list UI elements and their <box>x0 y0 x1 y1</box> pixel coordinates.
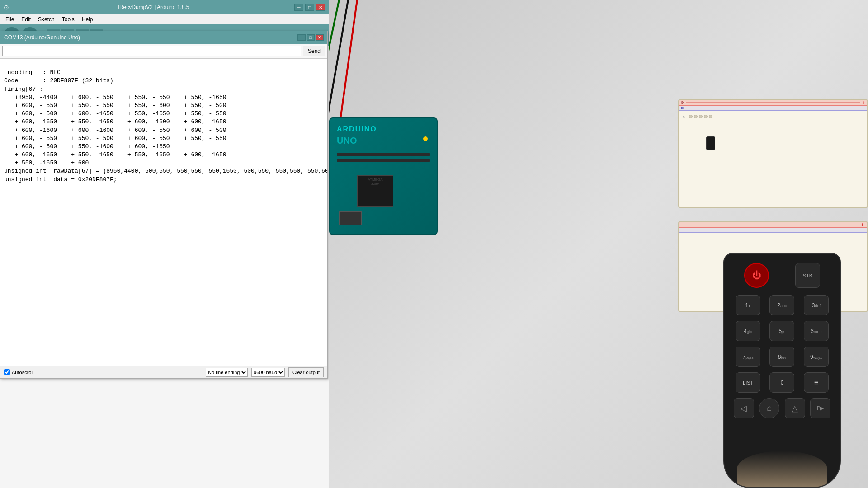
remote-row-1-3: 1● 2abc 3def <box>731 295 833 315</box>
wire-red <box>339 0 358 126</box>
ide-container: ⊙ IRecvDumpV2 | Arduino 1.8.5 ─ □ ✕ File… <box>0 0 329 488</box>
serial-output-area: Encoding : NEC Code : 20DF807F (32 bits)… <box>0 59 327 366</box>
arduino-logo: ARDUINO <box>337 125 430 133</box>
serial-monitor-window: COM13 (Arduino/Genuino Uno) ─ □ ✕ Send E… <box>0 31 328 379</box>
remote-nav-row: ◁ ⌂ △ P▶ <box>731 398 833 418</box>
maximize-button[interactable]: □ <box>305 4 314 11</box>
remote-btn-7: 7pqrs <box>736 347 760 367</box>
autoscroll-container: Autoscroll <box>4 369 33 375</box>
autoscroll-label: Autoscroll <box>12 370 33 375</box>
remote-btn-back: ◁ <box>734 398 754 418</box>
breadboard2-blue-rail <box>679 228 867 233</box>
breadboard-red-rail: + <box>679 100 867 106</box>
remote-btn-up: △ <box>785 398 805 418</box>
remote-power-button: ⏻ <box>744 263 769 288</box>
close-button[interactable]: ✕ <box>316 4 325 11</box>
remote-btn-home: ⌂ <box>759 398 779 418</box>
arduino-uno-label: UNO <box>337 136 430 146</box>
breadboard2-red-rail: + <box>679 222 867 228</box>
arduino-usb-chip <box>339 211 362 225</box>
autoscroll-checkbox[interactable] <box>4 369 10 375</box>
remote-btn-3: 3def <box>804 295 829 315</box>
app-icon: ⊙ <box>4 4 9 11</box>
photo-background: ARDUINO UNO ATMEGA328P <box>329 0 868 488</box>
breadboard-holes: a <box>679 113 867 133</box>
serial-status-bar: Autoscroll No line ending 9600 baud Clea… <box>0 366 327 378</box>
remote-btn-p: P▶ <box>810 398 830 418</box>
arduino-board: ARDUINO UNO ATMEGA328P <box>329 117 438 235</box>
serial-close-button[interactable]: ✕ <box>316 34 324 41</box>
menu-tools[interactable]: Tools <box>58 15 78 23</box>
serial-input-bar: Send <box>0 44 327 59</box>
menu-help[interactable]: Help <box>78 15 97 23</box>
encoding-label: Encoding : NEC Code : 20DF807F (32 bits)… <box>4 69 327 183</box>
clear-output-button[interactable]: Clear output <box>288 367 324 377</box>
menu-file[interactable]: File <box>2 15 18 23</box>
serial-send-button[interactable]: Send <box>303 46 326 56</box>
remote-btn-4: 4ghi <box>736 321 760 341</box>
remote-btn-8: 8tuv <box>769 347 794 367</box>
breadboard-main: + a <box>678 99 868 208</box>
serial-maximize-button[interactable]: □ <box>307 34 315 41</box>
app-title-bar: ⊙ IRecvDumpV2 | Arduino 1.8.5 ─ □ ✕ <box>0 0 329 14</box>
arduino-main-chip: ATMEGA328P <box>357 175 393 207</box>
remote-row-4-6: 4ghi 5jkl 6mno <box>731 321 833 341</box>
breadboard-component <box>706 136 715 150</box>
arduino-led <box>423 136 428 141</box>
remote-btn-2: 2abc <box>769 295 794 315</box>
baud-rate-select[interactable]: 9600 baud <box>251 368 285 377</box>
photo-side: ARDUINO UNO ATMEGA328P <box>329 0 868 488</box>
remote-btn-1: 1● <box>736 295 760 315</box>
app-title: IRecvDumpV2 | Arduino 1.8.5 <box>13 4 294 10</box>
menu-bar: File Edit Sketch Tools Help <box>0 14 329 24</box>
remote-power-row: ⏻ STB <box>731 263 833 288</box>
line-ending-select[interactable]: No line ending <box>206 368 248 377</box>
remote-row-7-9: 7pqrs 8tuv 9wxyz <box>731 347 833 367</box>
hand-visual <box>737 451 827 487</box>
remote-btn-9: 9wxyz <box>804 347 829 367</box>
serial-minimize-button[interactable]: ─ <box>297 34 306 41</box>
remote-btn-q: ≡ <box>804 372 829 393</box>
remote-btn-5: 5jkl <box>769 321 794 341</box>
remote-stb-button: STB <box>795 263 820 288</box>
serial-monitor-title: COM13 (Arduino/Genuino Uno) <box>4 34 297 41</box>
remote-btn-6: 6mno <box>804 321 829 341</box>
serial-monitor-title-bar: COM13 (Arduino/Genuino Uno) ─ □ ✕ <box>0 31 327 44</box>
menu-edit[interactable]: Edit <box>18 15 34 23</box>
minimize-button[interactable]: ─ <box>294 4 303 11</box>
remote-btn-lst: LIST <box>736 372 760 393</box>
remote-btn-0: 0 <box>769 372 794 393</box>
title-bar-controls: ─ □ ✕ <box>294 4 325 11</box>
serial-input-field[interactable] <box>2 46 301 56</box>
remote-control: ⏻ STB 1● 2abc 3def 4ghi 5jkl 6mno 7pqrs … <box>723 253 841 488</box>
remote-row-lst-0: LIST 0 ≡ <box>731 372 833 393</box>
wire-green <box>329 0 340 128</box>
menu-sketch[interactable]: Sketch <box>34 15 58 23</box>
wire-black <box>329 0 349 127</box>
arduino-pins <box>337 150 430 162</box>
breadboard-blue-rail <box>679 106 867 111</box>
